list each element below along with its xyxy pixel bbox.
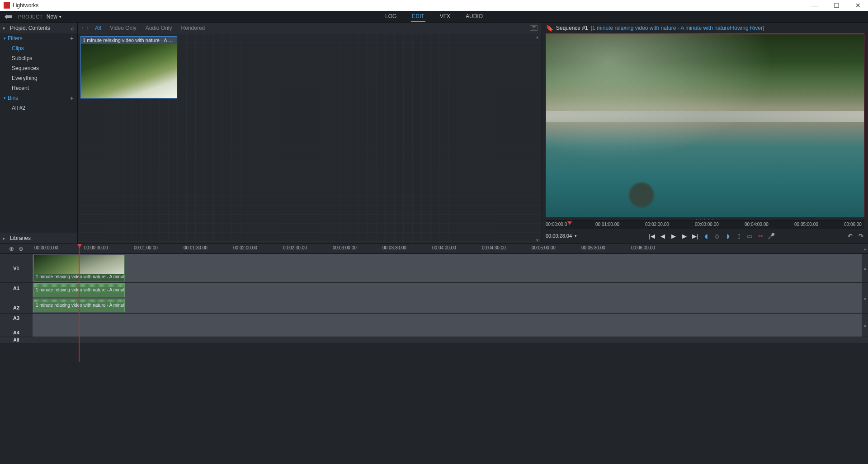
ruler-tick: 00:01:30.00 <box>184 245 208 250</box>
track-link-icon: │ <box>15 296 18 299</box>
sidebar-item-bin-all2[interactable]: All #2 <box>0 103 77 113</box>
step-back-button[interactable]: ◀ <box>659 233 666 239</box>
window-close-button[interactable]: ✕ <box>852 1 864 10</box>
mark-in-button[interactable]: ◖ <box>703 233 710 239</box>
tab-edit[interactable]: EDIT <box>411 11 425 22</box>
sidebar-item-sequences[interactable]: Sequences <box>0 63 77 73</box>
browser-scroll-down[interactable]: ▾ <box>536 238 541 243</box>
sidebar-item-subclips[interactable]: Subclips <box>0 53 77 63</box>
ruler-tick: 00:02:00.00 <box>233 245 257 250</box>
sequence-name: Sequence #1 <box>556 25 588 31</box>
bookmark-icon[interactable]: 🔖 <box>546 24 553 32</box>
tab-log[interactable]: LOG <box>384 11 397 22</box>
chevron-down-icon: ▾ <box>4 96 6 100</box>
track-collapse-all[interactable] <box>862 337 868 343</box>
track-collapse-a1a2[interactable]: ▴ <box>862 283 868 313</box>
ruler-tick: 00:05:00.00 <box>794 222 818 227</box>
ruler-tick: 00:03:00.00 <box>333 245 357 250</box>
window-maximize-button[interactable]: ☐ <box>830 1 843 10</box>
ruler-tick: 00:05:00.00 <box>532 245 556 250</box>
ruler-tick: 00:00:30.00 <box>84 245 108 250</box>
back-button[interactable] <box>5 13 12 20</box>
clear-marks-button[interactable]: ◇ <box>713 233 721 239</box>
project-contents-header[interactable]: ▾ Project Contents ⌕ <box>0 23 77 33</box>
tab-audio[interactable]: AUDIO <box>465 11 484 22</box>
chevron-down-icon: ▾ <box>575 234 577 238</box>
ruler-tick: 00:04:30.00 <box>482 245 506 250</box>
browser-tab-rendered[interactable]: Rendered <box>181 25 205 31</box>
sidebar-item-recent[interactable]: Recent <box>0 83 77 93</box>
ruler-tick: 00:02:00.00 <box>645 222 669 227</box>
undo-button[interactable]: ↶ <box>846 233 854 239</box>
list-view-toggle[interactable]: ☰ <box>530 25 538 31</box>
ruler-tick: 00:00:00.00 <box>34 245 58 250</box>
project-label: PROJECT <box>18 14 43 19</box>
track-body-v1[interactable]: 1 minute relaxing video with nature - A … <box>33 254 862 282</box>
track-head-all[interactable]: All <box>0 337 33 343</box>
viewer-ruler[interactable]: 00:00:00.0 00:01:00.00 00:02:00.00 00:03… <box>546 220 864 229</box>
zoom-in-button[interactable]: ⊕ <box>9 245 14 252</box>
play-button[interactable]: ▶ <box>670 233 677 239</box>
redo-button[interactable]: ↷ <box>857 233 864 239</box>
zoom-out-button[interactable]: ⊖ <box>19 245 24 252</box>
browser-scroll-up[interactable]: ▴ <box>536 34 541 39</box>
sidebar-item-everything[interactable]: Everything <box>0 73 77 83</box>
browser-tab-video[interactable]: Video Only <box>110 25 136 31</box>
track-body-a3a4[interactable] <box>33 314 862 337</box>
delete-button[interactable]: ▭ <box>746 233 753 239</box>
ruler-tick: 00:03:00.00 <box>695 222 719 227</box>
viewer-frame[interactable] <box>546 33 864 217</box>
cut-button[interactable]: ✂ <box>757 233 764 239</box>
bins-label: Bins <box>8 95 18 101</box>
timeline-panel: ⊕ ⊖ 00:00:00.00 00:00:30.00 00:01:00.00 … <box>0 244 868 464</box>
timeline-playhead[interactable] <box>79 244 80 362</box>
project-name-text: New <box>47 14 57 20</box>
browser-tab-all[interactable]: All <box>95 25 101 31</box>
goto-start-button[interactable]: |◀ <box>648 233 656 239</box>
filters-header[interactable]: ▾ Filters + <box>0 33 77 43</box>
track-body-a2[interactable]: 1 minute relaxing video with nature - A … <box>33 298 862 314</box>
ruler-tick: 00:06:00.00 <box>631 245 655 250</box>
track-v1: V1 1 minute relaxing video with nature -… <box>0 254 868 283</box>
track-head-a1a2[interactable]: A1 │ A2 <box>0 283 33 313</box>
track-label-a4: A4 <box>13 330 19 335</box>
timecode-display[interactable]: 00:00:28.04 ▾ <box>546 233 577 239</box>
project-dropdown[interactable]: New ▾ <box>47 14 61 20</box>
timecode-text: 00:00:28.04 <box>546 233 572 239</box>
project-contents-label: Project Contents <box>10 25 50 31</box>
browser-back-button[interactable]: ‹ <box>81 25 83 31</box>
browser-body[interactable]: 1 minute relaxing video with nature - A … <box>78 33 542 244</box>
ruler-tick: 00:04:00.00 <box>432 245 456 250</box>
track-head-v1[interactable]: V1 <box>0 254 33 282</box>
ruler-tick: 00:05:30.00 <box>581 245 605 250</box>
track-body-a1[interactable]: 1 minute relaxing video with nature - A … <box>33 283 862 298</box>
search-icon[interactable]: ⌕ <box>71 25 75 32</box>
remove-button[interactable]: ▯ <box>735 233 742 239</box>
browser-forward-button[interactable]: › <box>87 25 89 31</box>
chevron-down-icon: ▾ <box>3 26 7 31</box>
track-collapse-a3a4[interactable]: ▴ <box>862 314 868 337</box>
ruler-tick: 00:04:00.00 <box>745 222 769 227</box>
goto-end-button[interactable]: ▶| <box>692 233 699 239</box>
preview-overlay <box>546 111 864 122</box>
track-head-a3a4[interactable]: A3 │ A4 <box>0 314 33 337</box>
timeline-overview[interactable] <box>33 337 862 343</box>
browser-tab-audio[interactable]: Audio Only <box>146 25 172 31</box>
timeline-scroll-up[interactable]: ▴ <box>862 244 868 253</box>
filters-label: Filters <box>8 35 23 42</box>
viewer-playhead[interactable] <box>567 221 572 225</box>
mark-out-button[interactable]: ◗ <box>724 233 731 239</box>
add-bin-button[interactable]: + <box>70 94 74 102</box>
bins-header[interactable]: ▾ Bins + <box>0 93 77 103</box>
sidebar-item-clips[interactable]: Clips <box>0 43 77 53</box>
add-filter-button[interactable]: + <box>70 35 74 42</box>
clip-thumbnail[interactable]: 1 minute relaxing video with nature - A … <box>80 36 177 98</box>
track-collapse-v1[interactable]: ▴ <box>862 254 868 282</box>
timeline-ruler[interactable]: 00:00:00.00 00:00:30.00 00:01:00.00 00:0… <box>33 244 862 253</box>
ruler-tick: 00:02:30.00 <box>283 245 307 250</box>
libraries-header[interactable]: ▸ Libraries <box>0 233 77 244</box>
record-voiceover-button[interactable]: 🎤 <box>768 233 775 239</box>
tab-vfx[interactable]: VFX <box>439 11 451 22</box>
window-minimize-button[interactable]: — <box>808 1 821 10</box>
step-forward-button[interactable]: ▶ <box>681 233 688 239</box>
